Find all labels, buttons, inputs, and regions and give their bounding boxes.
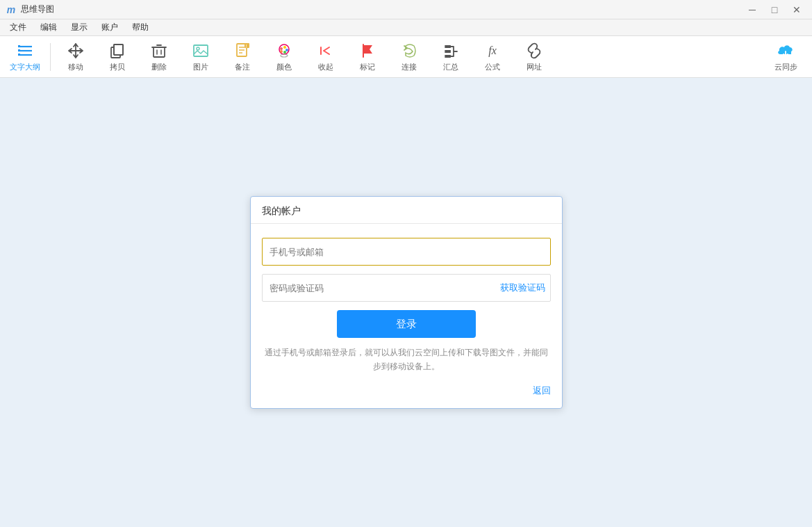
menu-account[interactable]: 账户 [94,20,125,35]
delete-label: 删除 [151,62,167,72]
phone-input-row [262,238,551,266]
toolbar-image[interactable]: 图片 [181,38,220,76]
toolbar-note[interactable]: ! 备注 [223,38,262,76]
maximize-button[interactable]: □ [765,0,784,19]
move-label: 移动 [68,62,83,72]
toolbar-copy[interactable]: 拷贝 [98,38,137,76]
toolbar-text-outline[interactable]: 文字大纲 [6,38,44,76]
color-icon [274,41,294,60]
login-btn-wrapper: 登录 [262,310,551,338]
desc-text: 通过手机号或邮箱登录后，就可以从我们云空间上传和下载导图文件，并能同步到移动设备… [262,346,551,373]
login-button[interactable]: 登录 [337,310,476,338]
menu-bar: 文件 编辑 显示 账户 帮助 [0,19,812,36]
mark-label: 标记 [360,62,375,72]
image-label: 图片 [193,62,208,72]
move-icon [66,41,85,60]
cloud-sync-icon [776,41,795,60]
menu-file[interactable]: 文件 [3,20,33,35]
svg-rect-3 [18,45,20,47]
login-dialog: 我的帐户 获取验证码 登录 通过手机号或邮箱登录后，就可以从我们云空间上传和下载… [250,196,563,408]
toolbar-formula[interactable]: fx 公式 [473,38,512,76]
get-code-button[interactable]: 获取验证码 [500,282,545,294]
close-button[interactable]: ✕ [787,0,806,19]
mark-icon [358,41,377,60]
svg-point-25 [285,49,288,51]
summary-icon [441,41,461,60]
app-title: 思维导图 [21,3,743,15]
dialog-body: 获取验证码 登录 通过手机号或邮箱登录后，就可以从我们云空间上传和下载导图文件，… [251,224,562,407]
title-bar: m 思维导图 ─ □ ✕ [0,0,812,19]
window-controls: ─ □ ✕ [743,0,806,19]
formula-label: 公式 [485,62,500,72]
svg-point-23 [280,47,283,50]
menu-help[interactable]: 帮助 [125,20,156,35]
toolbar-move[interactable]: 移动 [56,38,95,76]
phone-input[interactable] [262,238,551,266]
toolbar-mark[interactable]: 标记 [348,38,387,76]
svg-rect-14 [194,45,208,56]
copy-label: 拷贝 [110,62,125,72]
color-label: 颜色 [276,62,292,72]
toolbar-url[interactable]: 网址 [515,38,554,76]
note-icon: ! [233,41,252,60]
main-area: 我的帐户 获取验证码 登录 通过手机号或邮箱登录后，就可以从我们云空间上传和下载… [0,78,812,527]
collapse-icon [316,41,335,60]
back-link[interactable]: 返回 [262,384,551,397]
toolbar: 文字大纲 移动 拷贝 [0,36,812,78]
svg-rect-5 [18,54,20,56]
text-outline-icon [15,41,35,60]
toolbar-color[interactable]: 颜色 [265,38,304,76]
app-icon: m [6,4,17,15]
dialog-overlay: 我的帐户 获取验证码 登录 通过手机号或邮箱登录后，就可以从我们云空间上传和下载… [0,78,812,527]
toolbar-delete[interactable]: 删除 [140,38,179,76]
connect-label: 连接 [401,62,417,72]
note-label: 备注 [235,62,250,72]
cloud-sync-label: 云同步 [774,62,797,72]
password-input-row: 获取验证码 [262,274,551,302]
text-outline-label: 文字大纲 [10,62,40,72]
menu-edit[interactable]: 编辑 [33,20,64,35]
image-icon [191,41,210,60]
toolbar-cloud-sync[interactable]: 云同步 [765,38,806,76]
url-icon [524,41,544,60]
menu-view[interactable]: 显示 [64,20,94,35]
dialog-title: 我的帐户 [251,197,562,224]
toolbar-summary[interactable]: 汇总 [431,38,470,76]
toolbar-separator-1 [50,43,51,71]
copy-icon [108,41,127,60]
url-label: 网址 [527,62,542,72]
svg-point-24 [283,46,286,49]
toolbar-connect[interactable]: 连接 [390,38,429,76]
formula-icon: fx [483,41,502,60]
summary-label: 汇总 [443,62,458,72]
svg-point-26 [283,51,286,54]
connect-icon [399,41,419,60]
svg-rect-4 [18,49,20,51]
svg-point-15 [197,47,199,50]
minimize-button[interactable]: ─ [743,0,762,19]
svg-point-27 [280,50,283,53]
svg-rect-9 [154,47,165,57]
collapse-label: 收起 [318,62,333,72]
delete-icon [149,41,169,60]
toolbar-collapse[interactable]: 收起 [306,38,345,76]
svg-point-28 [281,54,288,57]
svg-rect-7 [114,44,123,55]
svg-text:!: ! [246,44,247,49]
